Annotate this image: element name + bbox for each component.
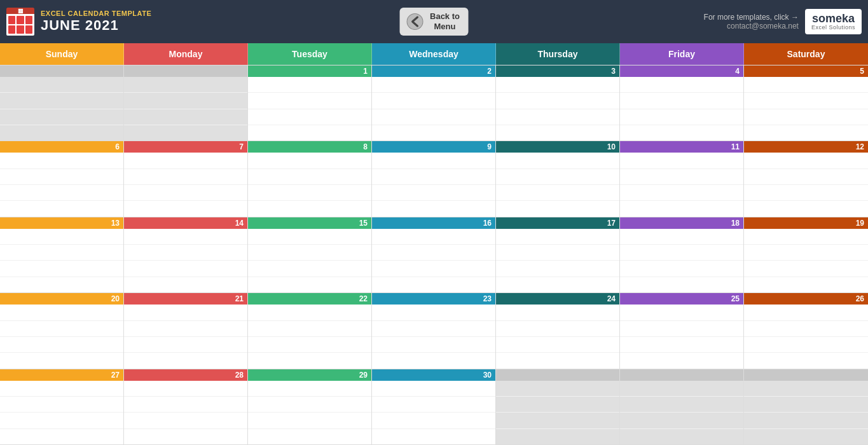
cell-lines (496, 305, 619, 368)
cell-lines (124, 381, 247, 444)
cell-line (248, 229, 371, 245)
cell-line (0, 381, 123, 397)
date-label: 29 (248, 369, 371, 381)
cell-line (248, 353, 371, 368)
date-label: 25 (620, 293, 743, 305)
cell-line (248, 413, 371, 428)
day-header-monday: Monday (124, 43, 248, 65)
calendar-cell: 24 (496, 293, 620, 369)
cell-line (496, 429, 619, 444)
cell-line (372, 413, 495, 428)
cell-line (744, 261, 868, 277)
date-label: 16 (372, 217, 495, 229)
calendar-cell (124, 65, 248, 141)
cell-line (620, 321, 743, 337)
calendar-cell: 6 (0, 141, 124, 217)
header-right: For more templates, click → contact@some… (704, 9, 862, 34)
calendar-cell: 30 (372, 369, 496, 445)
cell-line (372, 77, 495, 93)
cell-line (372, 261, 495, 277)
back-arrow-icon (404, 11, 425, 32)
calendar-cell: 5 (744, 65, 868, 141)
cell-lines (620, 77, 743, 140)
cell-lines (744, 229, 868, 292)
cell-line (620, 229, 743, 245)
calendar-cell: 4 (620, 65, 744, 141)
cell-lines (496, 153, 619, 216)
cell-line (372, 353, 495, 368)
calendar-cell: 10 (496, 141, 620, 217)
calendar-cell: 12 (744, 141, 868, 217)
cell-line (248, 153, 371, 168)
cell-lines (124, 153, 247, 216)
date-label (620, 369, 743, 381)
cell-line (0, 413, 123, 428)
calendar-icon: ▦ (6, 8, 34, 36)
cell-line (124, 229, 247, 245)
cell-line (496, 153, 619, 168)
cell-line (496, 169, 619, 185)
cell-line (248, 77, 371, 93)
date-label: 28 (124, 369, 247, 381)
cell-lines (496, 77, 619, 140)
date-label: 19 (744, 217, 868, 229)
cell-line (248, 397, 371, 413)
cell-line (0, 277, 123, 292)
date-label: 30 (372, 369, 495, 381)
cell-line (496, 77, 619, 93)
cell-line (248, 429, 371, 444)
back-to-menu-button[interactable]: Back toMenu (399, 8, 469, 36)
cell-line (124, 185, 247, 201)
cell-lines (0, 305, 123, 368)
calendar-cell: 22 (248, 293, 372, 369)
cell-lines (372, 77, 495, 140)
cell-line (620, 353, 743, 368)
calendar-cell: 11 (620, 141, 744, 217)
cell-line (372, 397, 495, 413)
cell-line (124, 93, 247, 109)
cell-lines (744, 305, 868, 368)
calendar-cell: 18 (620, 217, 744, 293)
calendar-cell: 13 (0, 217, 124, 293)
calendar-cell (744, 369, 868, 445)
cell-line (620, 245, 743, 261)
cell-line (124, 245, 247, 261)
cell-line (496, 277, 619, 292)
cell-lines (372, 305, 495, 368)
cell-line (372, 277, 495, 292)
cell-lines (248, 77, 371, 140)
cell-line (496, 245, 619, 261)
cell-line (496, 381, 619, 397)
date-label: 2 (372, 65, 495, 77)
cell-line (372, 245, 495, 261)
cell-line (620, 153, 743, 168)
cell-line (620, 277, 743, 292)
cell-line (372, 381, 495, 397)
date-label: 27 (0, 369, 123, 381)
cell-line (248, 305, 371, 320)
date-label (744, 369, 868, 381)
cell-lines (248, 229, 371, 292)
cell-line (744, 169, 868, 185)
more-templates-text: For more templates, click → (704, 13, 799, 22)
back-btn-label: Back toMenu (430, 11, 460, 31)
cell-lines (496, 229, 619, 292)
cell-line (372, 169, 495, 185)
calendar-cell: 17 (496, 217, 620, 293)
cell-line (372, 321, 495, 337)
cell-line (0, 153, 123, 168)
cell-line (496, 397, 619, 413)
cell-line (620, 109, 743, 125)
cell-line (372, 153, 495, 168)
cell-lines (248, 305, 371, 368)
date-label: 20 (0, 293, 123, 305)
calendar-cell (496, 369, 620, 445)
cell-line (496, 353, 619, 368)
cell-line (124, 109, 247, 125)
cell-line (744, 397, 868, 413)
day-header-saturday: Saturday (744, 43, 868, 65)
cell-lines (372, 381, 495, 444)
calendar-cell: 15 (248, 217, 372, 293)
date-label: 4 (620, 65, 743, 77)
cell-line (620, 185, 743, 201)
